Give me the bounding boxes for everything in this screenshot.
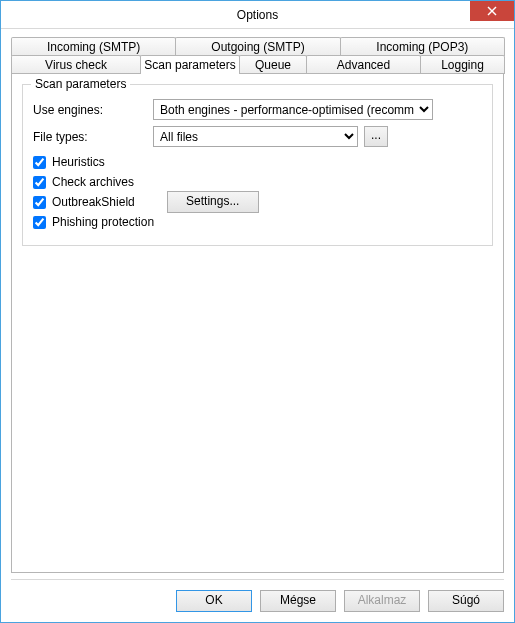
use-engines-row: Use engines: Both engines - performance-… (33, 99, 482, 120)
file-types-label: File types: (33, 130, 153, 144)
check-archives-label: Check archives (52, 175, 134, 189)
heuristics-checkbox[interactable] (33, 156, 46, 169)
cancel-button[interactable]: Mégse (260, 590, 336, 612)
tab-panel: Scan parameters Use engines: Both engine… (11, 73, 504, 573)
close-button[interactable] (470, 1, 514, 21)
heuristics-label: Heuristics (52, 155, 105, 169)
close-icon (487, 6, 497, 16)
outbreak-shield-checkbox[interactable] (33, 196, 46, 209)
titlebar: Options (1, 1, 514, 29)
heuristics-row: Heuristics (33, 153, 482, 171)
tabs-area: Incoming (SMTP) Outgoing (SMTP) Incoming… (11, 37, 504, 573)
tab-queue[interactable]: Queue (239, 55, 307, 74)
tab-row-bottom: Virus check Scan parameters Queue Advanc… (11, 55, 504, 74)
window-title: Options (1, 8, 514, 22)
tab-incoming-pop3[interactable]: Incoming (POP3) (340, 37, 505, 56)
phishing-row: Phishing protection (33, 213, 482, 231)
file-types-browse-button[interactable]: ... (364, 126, 388, 147)
phishing-checkbox[interactable] (33, 216, 46, 229)
use-engines-label: Use engines: (33, 103, 153, 117)
check-archives-checkbox[interactable] (33, 176, 46, 189)
button-bar: OK Mégse Alkalmaz Súgó (11, 579, 504, 612)
tab-row-top: Incoming (SMTP) Outgoing (SMTP) Incoming… (11, 37, 504, 56)
group-legend: Scan parameters (31, 77, 130, 91)
tab-virus-check[interactable]: Virus check (11, 55, 141, 74)
check-archives-row: Check archives (33, 173, 482, 191)
outbreak-shield-row: OutbreakShield Settings... (33, 193, 482, 211)
tab-outgoing-smtp[interactable]: Outgoing (SMTP) (175, 37, 340, 56)
tab-logging[interactable]: Logging (420, 55, 505, 74)
use-engines-select[interactable]: Both engines - performance-optimised (re… (153, 99, 433, 120)
tab-advanced[interactable]: Advanced (306, 55, 421, 74)
scan-parameters-group: Scan parameters Use engines: Both engine… (22, 84, 493, 246)
apply-button[interactable]: Alkalmaz (344, 590, 420, 612)
outbreak-shield-label: OutbreakShield (52, 195, 135, 209)
file-types-select[interactable]: All files (153, 126, 358, 147)
ok-button[interactable]: OK (176, 590, 252, 612)
outbreak-settings-button[interactable]: Settings... (167, 191, 259, 213)
phishing-label: Phishing protection (52, 215, 154, 229)
tab-scan-parameters[interactable]: Scan parameters (140, 55, 240, 74)
client-area: Incoming (SMTP) Outgoing (SMTP) Incoming… (1, 29, 514, 622)
file-types-row: File types: All files ... (33, 126, 482, 147)
options-window: Options Incoming (SMTP) Outgoing (SMTP) … (0, 0, 515, 623)
help-button[interactable]: Súgó (428, 590, 504, 612)
tab-incoming-smtp[interactable]: Incoming (SMTP) (11, 37, 176, 56)
